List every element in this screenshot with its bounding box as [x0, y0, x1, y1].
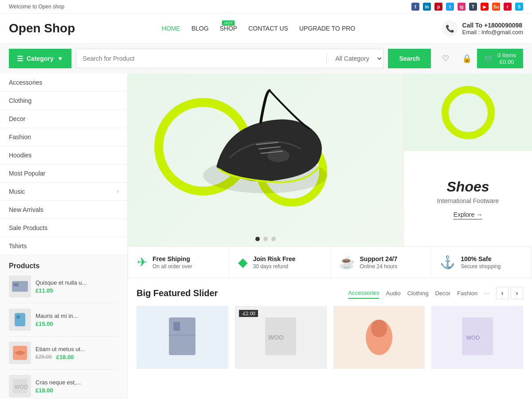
product-price-2: £15.00: [35, 321, 118, 327]
wishlist-icon[interactable]: ♡: [438, 51, 454, 66]
slide-right-bottom: Shoes International Footware Explore →: [404, 151, 532, 246]
product-info-3: Etiam ut metus ut... £29.00 £18.00: [35, 346, 118, 360]
nav-home[interactable]: HOME: [162, 25, 180, 32]
category-select[interactable]: All Category: [327, 49, 383, 68]
product-info-4: Cras neque est,... £18.00: [35, 379, 118, 394]
dot-2[interactable]: [263, 237, 268, 241]
shoe-image: [190, 87, 340, 212]
sidebar-item-sale-products[interactable]: Sale Products: [0, 219, 127, 237]
content-area: Shoes International Footware Explore → ✈…: [128, 74, 532, 399]
top-bar: Welcome to Open shop f in p t ig T ▶ Su …: [0, 0, 532, 14]
prev-button[interactable]: ‹: [496, 287, 509, 299]
products-row: -£2.00 WOO: [137, 306, 523, 369]
tumblr-icon[interactable]: T: [469, 3, 477, 11]
sidebar-item-decor[interactable]: Decor: [0, 110, 127, 128]
svg-rect-1: [13, 283, 19, 286]
nav-blog[interactable]: BLOG: [192, 25, 209, 32]
phone-icon: 📞: [442, 20, 458, 36]
svg-rect-13: [169, 317, 196, 355]
product-card-img-4: WOO: [432, 306, 523, 368]
product-info-1: Quisque et nulla u... £11.05: [35, 279, 118, 294]
arrow-icon: ›: [117, 188, 118, 195]
nav-shop[interactable]: SHOP HOT: [220, 25, 238, 32]
product-thumb-1: [9, 275, 31, 297]
product-price-3: £18.00: [56, 354, 74, 360]
anchor-icon: ⚓: [440, 255, 455, 270]
feature-risk-free: ◆ Join Risk Free 30 days refund: [229, 247, 330, 278]
header: Open Shop HOME BLOG SHOP HOT CONTACT US …: [0, 14, 532, 43]
reddit-icon[interactable]: r: [504, 3, 512, 11]
instagram-icon[interactable]: ig: [458, 3, 466, 11]
next-button[interactable]: ›: [511, 287, 523, 299]
facebook-icon[interactable]: f: [411, 3, 419, 11]
logo: Open Shop: [9, 21, 75, 35]
feature-safe-text: 100% Safe Secure shopping: [461, 255, 501, 270]
featured-tabs: Accessories Audio Clothing Decor Fashion…: [348, 288, 489, 299]
sidebar-product-4[interactable]: WOO Cras neque est,... £18.00: [9, 375, 118, 399]
product-price-4: £18.00: [35, 387, 118, 394]
lock-icon[interactable]: 🔒: [459, 51, 475, 66]
dot-3[interactable]: [271, 237, 276, 241]
features-bar: ✈ Free Shiping On all order over ◆ Join …: [128, 246, 532, 278]
tab-accessories[interactable]: Accessories: [348, 288, 379, 299]
product-card-2[interactable]: -£2.00 WOO: [235, 306, 327, 369]
product-card-img-3: [334, 306, 425, 368]
sidebar-item-tshirts[interactable]: Tshirts: [0, 237, 127, 255]
product-card-4[interactable]: WOO: [431, 306, 523, 369]
sidebar-item-music[interactable]: Music ›: [0, 183, 127, 201]
sidebar-product-2[interactable]: Mauris at mi in... £15.00: [9, 309, 118, 336]
featured-section: Big Featured Slider Accessories Audio Cl…: [128, 278, 532, 378]
product-old-price-3: £29.00: [35, 354, 52, 360]
sidebar-item-new-arrivals[interactable]: New Arrivals: [0, 201, 127, 219]
youtube-icon[interactable]: ▶: [481, 3, 489, 11]
chevron-down-icon: ▼: [57, 55, 63, 62]
slider-dots: [255, 237, 276, 241]
sidebar-products: Products Quisque et nulla u... £11.05 Ma…: [0, 255, 127, 399]
main-layout: Accessories Clothing Decor Fashion Hoodi…: [0, 74, 532, 399]
cart-icon: 🛒: [484, 54, 494, 63]
search-input[interactable]: [76, 49, 327, 68]
sidebar-item-hoodies[interactable]: Hoodies: [0, 146, 127, 164]
search-bar: ☰ Category ▼ All Category Search ♡ 🔒 🛒 0…: [0, 43, 532, 74]
header-contact: 📞 Call To +1800090098 Email : Info@gmail…: [442, 20, 523, 36]
nav-upgrade[interactable]: UPGRADE TO PRO: [299, 25, 355, 32]
search-button[interactable]: Search: [388, 49, 431, 68]
dot-1[interactable]: [255, 237, 260, 241]
social-icons: f in p t ig T ▶ Su r S: [411, 3, 523, 11]
cart-button[interactable]: 🛒 0 items £0.00: [477, 49, 523, 68]
product-thumb-3: [9, 342, 31, 364]
category-button[interactable]: ☰ Category ▼: [9, 49, 71, 68]
diamond-icon: ◆: [238, 255, 248, 270]
hot-badge: HOT: [222, 20, 235, 26]
sidebar-item-accessories[interactable]: Accessories: [0, 74, 127, 92]
tab-audio[interactable]: Audio: [386, 288, 400, 298]
skype-icon[interactable]: S: [515, 3, 523, 11]
twitter-icon[interactable]: t: [446, 3, 454, 11]
sidebar-item-most-popular[interactable]: Most Popular: [0, 164, 127, 183]
explore-button[interactable]: Explore →: [454, 211, 482, 219]
sidebar-product-3[interactable]: Etiam ut metus ut... £29.00 £18.00: [9, 342, 118, 370]
stumbleupon-icon[interactable]: Su: [492, 3, 500, 11]
featured-controls: Accessories Audio Clothing Decor Fashion…: [348, 287, 523, 299]
slide-right: Shoes International Footware Explore →: [403, 74, 532, 246]
sidebar-item-clothing[interactable]: Clothing: [0, 92, 127, 110]
tab-decor[interactable]: Decor: [435, 288, 450, 298]
shop-label: SHOP: [220, 25, 238, 32]
product-card-3[interactable]: [333, 306, 425, 369]
linkedin-icon[interactable]: in: [423, 3, 431, 11]
svg-rect-3: [16, 315, 20, 319]
hero-slider: Shoes International Footware Explore →: [128, 74, 532, 246]
pinterest-icon[interactable]: p: [434, 3, 442, 11]
nav-contact[interactable]: CONTACT US: [248, 25, 288, 32]
product-name-2: Mauris at mi in...: [35, 313, 118, 319]
tab-fashion[interactable]: Fashion: [457, 288, 477, 298]
feature-risk-text: Join Risk Free 30 days refund: [253, 255, 296, 270]
tab-clothing[interactable]: Clothing: [407, 288, 429, 298]
sidebar-menu: Accessories Clothing Decor Fashion Hoodi…: [0, 74, 127, 255]
sidebar-item-fashion[interactable]: Fashion: [0, 128, 127, 146]
sidebar-product-1[interactable]: Quisque et nulla u... £11.05: [9, 275, 118, 303]
more-tabs-button[interactable]: ···: [484, 289, 489, 297]
product-thumb-2: [9, 309, 31, 331]
product-name-3: Etiam ut metus ut...: [35, 346, 118, 352]
product-card-1[interactable]: [137, 306, 228, 369]
